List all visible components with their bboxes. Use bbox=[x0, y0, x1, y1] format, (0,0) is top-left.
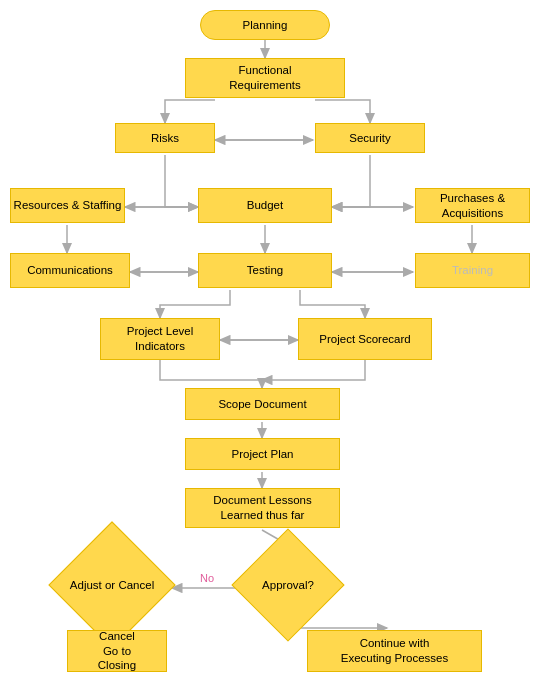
risks-label: Risks bbox=[151, 131, 179, 146]
functional-node: FunctionalRequirements bbox=[185, 58, 345, 98]
resources-label: Resources & Staffing bbox=[14, 198, 122, 213]
lessons-label: Document LessonsLearned thus far bbox=[213, 493, 311, 523]
testing-label: Testing bbox=[247, 263, 283, 278]
training-label: Training bbox=[452, 263, 493, 278]
planning-label: Planning bbox=[243, 18, 288, 33]
budget-node: Budget bbox=[198, 188, 332, 223]
functional-label: FunctionalRequirements bbox=[229, 63, 301, 93]
projlevel-node: Project LevelIndicators bbox=[100, 318, 220, 360]
continue-label: Continue withExecuting Processes bbox=[341, 636, 448, 666]
communications-label: Communications bbox=[27, 263, 113, 278]
resources-node: Resources & Staffing bbox=[10, 188, 125, 223]
security-node: Security bbox=[315, 123, 425, 153]
plan-label: Project Plan bbox=[231, 447, 293, 462]
risks-node: Risks bbox=[115, 123, 215, 153]
training-node: Training bbox=[415, 253, 530, 288]
continue-node: Continue withExecuting Processes bbox=[307, 630, 482, 672]
flowchart-diagram: No Yes Planning FunctionalRequirements R… bbox=[0, 0, 557, 678]
budget-label: Budget bbox=[247, 198, 283, 213]
approval-diamond bbox=[231, 528, 344, 641]
svg-text:No: No bbox=[200, 572, 214, 584]
purchases-label: Purchases &Acquisitions bbox=[440, 191, 505, 221]
purchases-node: Purchases &Acquisitions bbox=[415, 188, 530, 223]
lessons-node: Document LessonsLearned thus far bbox=[185, 488, 340, 528]
scope-node: Scope Document bbox=[185, 388, 340, 420]
adjustcancel-node: Adjust or Cancel bbox=[57, 545, 167, 625]
cancelclosing-label: CancelGo toClosing bbox=[98, 629, 136, 674]
security-label: Security bbox=[349, 131, 391, 146]
communications-node: Communications bbox=[10, 253, 130, 288]
scope-label: Scope Document bbox=[218, 397, 306, 412]
approval-node: Approval? bbox=[238, 545, 338, 625]
projlevel-label: Project LevelIndicators bbox=[127, 324, 193, 354]
plan-node: Project Plan bbox=[185, 438, 340, 470]
testing-node: Testing bbox=[198, 253, 332, 288]
scorecard-node: Project Scorecard bbox=[298, 318, 432, 360]
cancelclosing-node: CancelGo toClosing bbox=[67, 630, 167, 672]
planning-node: Planning bbox=[200, 10, 330, 40]
scorecard-label: Project Scorecard bbox=[319, 332, 410, 347]
